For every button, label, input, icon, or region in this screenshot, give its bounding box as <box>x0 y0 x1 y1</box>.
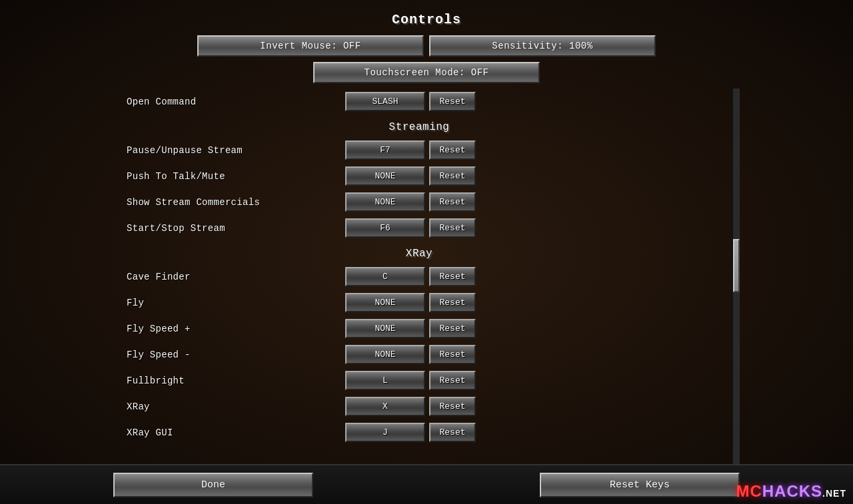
control-row-xray-gui: XRay GUI J Reset <box>127 419 712 445</box>
label-fly-speed-plus: Fly Speed + <box>127 324 340 334</box>
key-cave-finder[interactable]: C <box>345 267 425 286</box>
scrollbar[interactable] <box>732 89 740 464</box>
reset-keys-button[interactable]: Reset Keys <box>540 473 740 497</box>
key-show-commercials[interactable]: NONE <box>345 192 425 212</box>
key-open-command[interactable]: SLASH <box>345 92 425 111</box>
control-row-show-commercials: Show Stream Commercials NONE Reset <box>127 189 712 215</box>
controls-screen: Controls Invert Mouse: OFF Sensitivity: … <box>0 0 853 504</box>
key-start-stop-stream[interactable]: F6 <box>345 218 425 238</box>
invert-mouse-button[interactable]: Invert Mouse: OFF <box>197 35 424 57</box>
key-push-talk[interactable]: NONE <box>345 166 425 186</box>
control-buttons-fly-speed-minus: NONE Reset <box>345 345 476 364</box>
bottom-bar: Done Reset Keys MCHACKS.NET <box>0 464 853 504</box>
label-cave-finder: Cave Finder <box>127 272 340 282</box>
reset-show-commercials[interactable]: Reset <box>429 192 476 212</box>
touchscreen-button[interactable]: Touchscreen Mode: OFF <box>313 62 540 83</box>
reset-open-command[interactable]: Reset <box>429 92 476 111</box>
reset-xray[interactable]: Reset <box>429 397 476 416</box>
reset-pause-stream[interactable]: Reset <box>429 140 476 160</box>
control-row-fullbright: Fullbright L Reset <box>127 368 712 393</box>
control-buttons-fly-speed-plus: NONE Reset <box>345 319 476 338</box>
key-fullbright[interactable]: L <box>345 371 425 390</box>
control-row-open-command: Open Command SLASH Reset <box>127 89 712 115</box>
scrollbar-thumb[interactable] <box>733 239 740 292</box>
controls-container: Open Command SLASH Reset Streaming Pause… <box>113 89 725 445</box>
page-title: Controls <box>392 12 461 27</box>
label-xray-gui: XRay GUI <box>127 427 340 438</box>
control-buttons-start-stop-stream: F6 Reset <box>345 218 476 238</box>
key-fly-speed-minus[interactable]: NONE <box>345 345 425 364</box>
label-fullbright: Fullbright <box>127 376 340 386</box>
reset-start-stop-stream[interactable]: Reset <box>429 218 476 238</box>
key-pause-stream[interactable]: F7 <box>345 140 425 160</box>
control-buttons-fullbright: L Reset <box>345 371 476 390</box>
key-fly[interactable]: NONE <box>345 293 425 312</box>
control-buttons-cave-finder: C Reset <box>345 267 476 286</box>
top-buttons-row2: Touchscreen Mode: OFF <box>313 62 540 83</box>
reset-fly-speed-plus[interactable]: Reset <box>429 319 476 338</box>
control-row-xray: XRay X Reset <box>127 393 712 419</box>
label-fly: Fly <box>127 298 340 308</box>
reset-cave-finder[interactable]: Reset <box>429 267 476 286</box>
sensitivity-button[interactable]: Sensitivity: 100% <box>429 35 656 57</box>
control-buttons-show-commercials: NONE Reset <box>345 192 476 212</box>
label-show-commercials: Show Stream Commercials <box>127 197 340 208</box>
reset-fly-speed-minus[interactable]: Reset <box>429 345 476 364</box>
reset-fullbright[interactable]: Reset <box>429 371 476 390</box>
key-fly-speed-plus[interactable]: NONE <box>345 319 425 338</box>
top-buttons-row1: Invert Mouse: OFF Sensitivity: 100% <box>197 35 656 57</box>
control-row-fly-speed-plus: Fly Speed + NONE Reset <box>127 316 712 342</box>
done-button[interactable]: Done <box>113 473 313 497</box>
reset-push-talk[interactable]: Reset <box>429 166 476 186</box>
control-row-start-stop-stream: Start/Stop Stream F6 Reset <box>127 215 712 241</box>
control-buttons-xray: X Reset <box>345 397 476 416</box>
label-start-stop-stream: Start/Stop Stream <box>127 223 340 234</box>
logo-net: .NET <box>822 488 846 499</box>
logo-mc: MC <box>736 482 762 500</box>
scroll-content: Open Command SLASH Reset Streaming Pause… <box>113 89 732 464</box>
control-buttons-open-command: SLASH Reset <box>345 92 476 111</box>
control-row-pause-stream: Pause/Unpause Stream F7 Reset <box>127 137 712 163</box>
label-open-command: Open Command <box>127 97 340 107</box>
control-buttons-pause-stream: F7 Reset <box>345 140 476 160</box>
control-row-cave-finder: Cave Finder C Reset <box>127 264 712 290</box>
key-xray-gui[interactable]: J <box>345 423 425 442</box>
control-buttons-xray-gui: J Reset <box>345 423 476 442</box>
mchacks-logo: MCHACKS.NET <box>736 482 846 501</box>
label-fly-speed-minus: Fly Speed - <box>127 350 340 360</box>
label-xray: XRay <box>127 401 340 412</box>
section-header-xray: XRay <box>127 241 712 264</box>
key-xray[interactable]: X <box>345 397 425 416</box>
logo-hacks: HACKS <box>762 482 822 500</box>
control-row-push-talk: Push To Talk/Mute NONE Reset <box>127 163 712 189</box>
control-row-fly: Fly NONE Reset <box>127 290 712 316</box>
control-row-fly-speed-minus: Fly Speed - NONE Reset <box>127 342 712 368</box>
control-buttons-fly: NONE Reset <box>345 293 476 312</box>
label-push-talk: Push To Talk/Mute <box>127 171 340 182</box>
section-header-streaming: Streaming <box>127 115 712 137</box>
reset-fly[interactable]: Reset <box>429 293 476 312</box>
reset-xray-gui[interactable]: Reset <box>429 423 476 442</box>
label-pause-stream: Pause/Unpause Stream <box>127 145 340 156</box>
control-buttons-push-talk: NONE Reset <box>345 166 476 186</box>
content-area: Open Command SLASH Reset Streaming Pause… <box>113 89 740 464</box>
